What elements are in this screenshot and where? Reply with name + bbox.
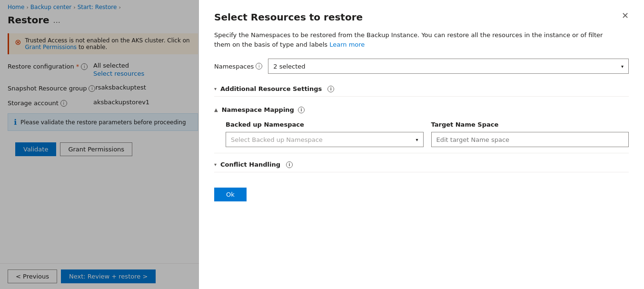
namespaces-info-icon[interactable]: i — [256, 63, 262, 70]
additional-resource-settings-header[interactable]: ▾ Additional Resource Settings i — [214, 81, 629, 97]
modal-footer: Ok — [214, 188, 629, 201]
conflict-handling-chevron: ▾ — [214, 162, 217, 167]
modal-description: Specify the Namespaces to be restored fr… — [214, 30, 619, 49]
main-page: Home › Backup center › Start: Restore › … — [0, 0, 644, 289]
additional-settings-label: Additional Resource Settings — [220, 85, 322, 92]
learn-more-link[interactable]: Learn more — [329, 41, 365, 48]
backed-up-namespace-placeholder: Select Backed up Namespace — [231, 136, 323, 143]
namespaces-value: 2 selected — [273, 63, 305, 70]
backed-up-namespace-dropdown[interactable]: Select Backed up Namespace ▾ — [226, 132, 424, 147]
mapping-grid: Backed up Namespace Select Backed up Nam… — [226, 121, 629, 147]
namespaces-field-row: Namespaces i 2 selected ▾ — [214, 59, 629, 74]
namespace-mapping-section: ▲ Namespace Mapping i Backed up Namespac… — [214, 100, 629, 153]
conflict-handling-header[interactable]: ▾ Conflict Handling i — [214, 157, 629, 172]
namespace-mapping-info-icon[interactable]: i — [298, 107, 305, 113]
namespace-mapping-header[interactable]: ▲ Namespace Mapping i — [214, 106, 629, 113]
target-namespace-col: Target Name Space — [431, 121, 629, 147]
namespace-mapping-chevron: ▲ — [214, 107, 218, 112]
modal-close-button[interactable]: ✕ — [622, 11, 629, 20]
additional-settings-chevron: ▾ — [214, 86, 217, 91]
modal-overlay: Select Resources to restore ✕ Specify th… — [0, 0, 644, 289]
target-namespace-input[interactable] — [431, 132, 629, 147]
modal-panel: Select Resources to restore ✕ Specify th… — [199, 0, 644, 289]
namespaces-label: Namespaces i — [214, 63, 262, 70]
namespaces-dropdown[interactable]: 2 selected ▾ — [268, 59, 629, 74]
modal-header: Select Resources to restore ✕ — [214, 11, 629, 23]
namespaces-dropdown-arrow: ▾ — [621, 64, 624, 69]
additional-settings-info-icon[interactable]: i — [327, 86, 334, 92]
namespace-mapping-label: Namespace Mapping — [222, 106, 294, 113]
additional-resource-settings-section: ▾ Additional Resource Settings i — [214, 81, 629, 97]
backed-up-dropdown-arrow: ▾ — [416, 137, 418, 142]
backed-up-namespace-col: Backed up Namespace Select Backed up Nam… — [226, 121, 424, 147]
conflict-handling-label: Conflict Handling — [220, 161, 280, 168]
target-namespace-header: Target Name Space — [431, 121, 629, 128]
modal-title: Select Resources to restore — [214, 11, 363, 23]
conflict-handling-section: ▾ Conflict Handling i — [214, 157, 629, 172]
ok-button[interactable]: Ok — [214, 188, 247, 201]
backed-up-namespace-header: Backed up Namespace — [226, 121, 424, 128]
conflict-handling-info-icon[interactable]: i — [286, 161, 293, 168]
